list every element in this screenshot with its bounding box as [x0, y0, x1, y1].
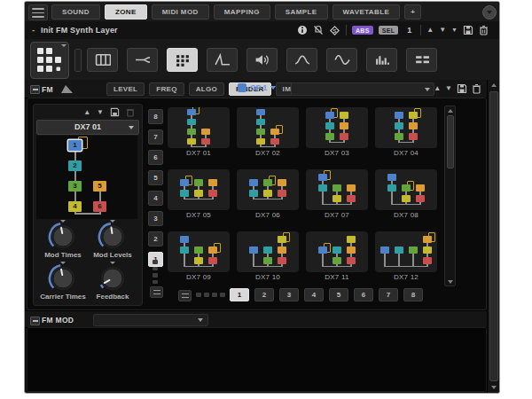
scroll-down-icon[interactable] — [488, 383, 499, 392]
operator-square — [187, 138, 196, 145]
hamburger-menu-button[interactable] — [28, 4, 48, 20]
fm-tab-algo[interactable]: ALGO — [189, 82, 224, 96]
info-icon[interactable] — [297, 25, 308, 35]
op-count-8[interactable]: 8 — [148, 109, 163, 124]
page-button-1[interactable]: 1 — [230, 288, 249, 301]
module-button-envelope[interactable] — [207, 48, 238, 72]
operator-square — [187, 119, 196, 125]
module-separator-handle[interactable] — [74, 49, 82, 72]
knob-control-mod-levels[interactable] — [97, 221, 129, 253]
trash-icon[interactable] — [126, 107, 135, 117]
zone-tab-bar: SOUNDZONEMIDI MODMAPPINGSAMPLEWAVETABLE+ — [25, 2, 499, 22]
knob-control-feedback[interactable] — [97, 262, 129, 294]
layer-dropdown-arrow[interactable]: ▼ — [451, 27, 458, 34]
tab-zone[interactable]: ZONE — [105, 4, 147, 20]
next-layer-button[interactable]: ▼ — [439, 27, 446, 34]
algorithm-tile-dx7-10[interactable] — [237, 231, 299, 272]
op-count-3[interactable]: 3 — [148, 211, 163, 226]
tab-midi-mod[interactable]: MIDI MOD — [152, 4, 209, 20]
fm-preset-dropdown[interactable] — [291, 82, 434, 96]
module-button-fork[interactable] — [127, 48, 158, 72]
operator-number: 6 — [93, 202, 106, 210]
page-button-3[interactable]: 3 — [279, 288, 299, 301]
tabbar-dropdown-button[interactable] — [482, 5, 497, 20]
operator-square — [387, 184, 396, 192]
prev-layer-button[interactable]: ▲ — [426, 27, 434, 34]
module-button-sine-wave[interactable] — [326, 48, 357, 72]
save-icon[interactable] — [463, 25, 473, 35]
next-preset-button[interactable]: ▼ — [445, 85, 452, 92]
carrier-bus-line — [398, 142, 414, 144]
knob-label: Feedback — [97, 293, 129, 301]
operator-square — [402, 184, 411, 192]
window-scrollbar-thumb[interactable] — [489, 91, 498, 381]
tab-sound[interactable]: SOUND — [51, 4, 100, 20]
knob-control-carrier-times[interactable] — [47, 262, 79, 294]
module-button-speaker[interactable] — [246, 48, 278, 72]
solo-diamond-icon[interactable]: S — [329, 25, 340, 36]
algorithm-tile-dx7-02[interactable] — [237, 107, 299, 148]
abs-mode-badge[interactable]: ABS — [352, 26, 373, 35]
page-list-toggle[interactable] — [178, 290, 192, 301]
save-icon[interactable] — [110, 107, 120, 117]
list-view-toggle[interactable] — [150, 286, 163, 298]
window-scrollbar[interactable] — [487, 80, 499, 393]
algorithm-preset-panel: ▲ ▼ DX7 01 123456 Mod TimesMod — [33, 104, 143, 306]
tab-wavetable[interactable]: WAVETABLE — [332, 4, 401, 20]
sel-mode-badge[interactable]: SEL — [379, 26, 399, 35]
algorithm-tile-dx7-05[interactable] — [168, 169, 230, 210]
trash-icon[interactable] — [472, 83, 481, 94]
fm-tab-freq[interactable]: FREQ — [149, 82, 184, 96]
fm-mod-dropdown[interactable] — [93, 314, 208, 326]
page-button-8[interactable]: 8 — [403, 288, 423, 301]
tab-+[interactable]: + — [404, 4, 421, 20]
module-button-matrix-grid[interactable] — [167, 48, 198, 72]
scroll-up-icon[interactable] — [445, 106, 455, 114]
op-count-2[interactable]: 2 — [148, 231, 163, 246]
grid-scrollbar-thumb[interactable] — [447, 115, 454, 168]
fm-operator-matrix-icon[interactable] — [30, 42, 69, 79]
tab-sample[interactable]: SAMPLE — [275, 4, 328, 20]
algorithm-tile-dx7-07[interactable] — [306, 169, 368, 210]
op-count-5[interactable]: 5 — [148, 170, 163, 185]
prev-algorithm-button[interactable]: ▲ — [83, 109, 90, 116]
collapse-fm-icon[interactable] — [30, 85, 40, 94]
tab-mapping[interactable]: MAPPING — [214, 4, 270, 20]
scroll-down-icon[interactable] — [445, 278, 455, 286]
save-icon[interactable] — [457, 83, 467, 94]
page-button-5[interactable]: 5 — [329, 288, 348, 301]
op-count-7[interactable]: 7 — [148, 129, 163, 145]
grid-scrollbar[interactable] — [444, 106, 456, 286]
fm-tab-level[interactable]: LEVEL — [106, 82, 145, 96]
algorithm-tile-dx7-06[interactable] — [237, 169, 299, 210]
algorithm-cell: DX7 08 — [375, 169, 437, 219]
module-button-list-rows[interactable] — [406, 48, 437, 72]
knob-control-mod-times[interactable] — [47, 221, 79, 253]
page-button-7[interactable]: 7 — [379, 288, 398, 301]
algorithm-tile-dx7-03[interactable] — [306, 107, 368, 148]
algorithm-tile-dx7-04[interactable] — [375, 107, 437, 148]
operator-selector[interactable]: OP 1 — [238, 83, 276, 92]
scroll-up-icon[interactable] — [488, 81, 499, 90]
algorithm-diagram[interactable]: 123456 — [36, 136, 137, 219]
algorithm-tile-dx7-12[interactable] — [375, 231, 437, 272]
algorithm-tile-dx7-09[interactable] — [168, 231, 230, 272]
module-button-filter-curve[interactable] — [286, 48, 317, 72]
algorithm-tile-dx7-08[interactable] — [375, 169, 437, 210]
module-button-spectrum-bars[interactable] — [366, 48, 397, 72]
trash-icon[interactable] — [479, 25, 489, 35]
algorithm-tile-dx7-11[interactable] — [306, 231, 368, 272]
algorithm-preset-dropdown[interactable]: DX7 01 — [36, 120, 139, 135]
divider — [346, 25, 347, 35]
mute-bell-slash-icon[interactable] — [313, 25, 324, 35]
prev-preset-button[interactable]: ▲ — [434, 85, 441, 92]
op-count-4[interactable]: 4 — [148, 191, 163, 206]
op-count-6[interactable]: 6 — [148, 150, 163, 165]
page-button-6[interactable]: 6 — [354, 288, 373, 301]
collapse-fm-mod-icon[interactable] — [30, 317, 40, 325]
module-button-keyboard[interactable] — [87, 48, 118, 72]
page-button-2[interactable]: 2 — [254, 288, 274, 301]
page-button-4[interactable]: 4 — [304, 288, 324, 301]
next-algorithm-button[interactable]: ▼ — [97, 109, 104, 116]
algorithm-tile-dx7-01[interactable] — [168, 107, 230, 148]
